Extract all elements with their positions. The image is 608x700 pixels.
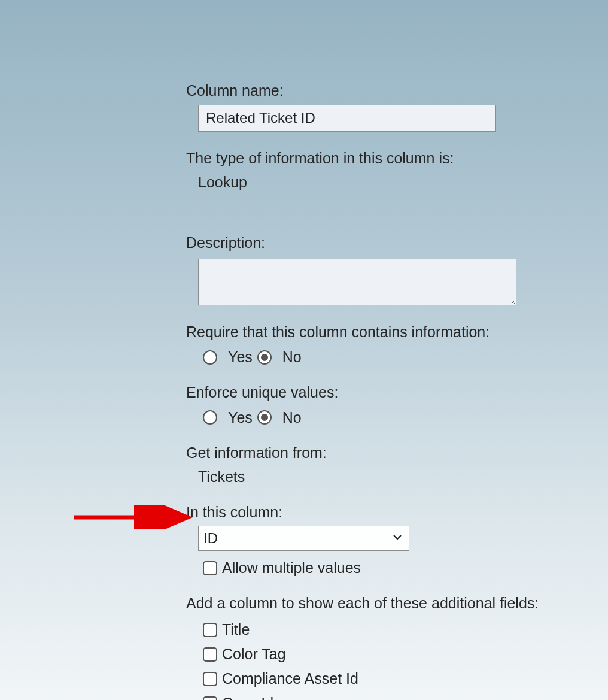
in-this-column-label: In this column: [186,502,599,523]
annotation-arrow-icon [71,505,196,529]
add-column-label: Add a column to show each of these addit… [186,593,599,614]
allow-multiple-checkbox[interactable] [203,561,217,575]
require-no-radio[interactable] [257,350,272,365]
in-this-column-value: ID [203,530,218,547]
unique-yes-radio[interactable] [203,410,217,425]
allow-multiple-label: Allow multiple values [222,559,361,577]
field-label: Compliance Asset Id [222,670,358,687]
field-label: Case Id [222,695,273,700]
in-this-column-select[interactable]: ID [198,526,409,551]
require-no-label: No [282,349,302,366]
field-checkbox-title[interactable] [203,623,217,637]
require-label: Require that this column contains inform… [186,322,599,343]
unique-no-label: No [282,409,302,426]
additional-fields-list: Title Color Tag Compliance Asset Id Case… [186,621,599,700]
get-info-from-label: Get information from: [186,443,599,463]
field-label: Title [222,621,250,638]
field-checkbox-color-tag[interactable] [203,647,217,662]
description-input[interactable] [198,259,516,305]
column-type-value: Lookup [198,174,599,191]
require-yes-label: Yes [228,349,253,366]
unique-yes-label: Yes [228,409,253,426]
enforce-unique-label: Enforce unique values: [186,383,599,403]
field-checkbox-case-id[interactable] [203,696,217,701]
column-settings-form: Column name: The type of information in … [186,81,599,700]
column-name-input[interactable] [198,105,496,132]
field-label: Color Tag [222,646,286,663]
unique-no-radio[interactable] [257,410,272,425]
column-type-label: The type of information in this column i… [186,149,599,169]
require-yes-radio[interactable] [203,350,217,365]
get-info-from-value: Tickets [198,468,599,486]
column-name-label: Column name: [186,81,599,101]
field-checkbox-compliance-asset-id[interactable] [203,672,217,686]
description-label: Description: [186,233,599,253]
